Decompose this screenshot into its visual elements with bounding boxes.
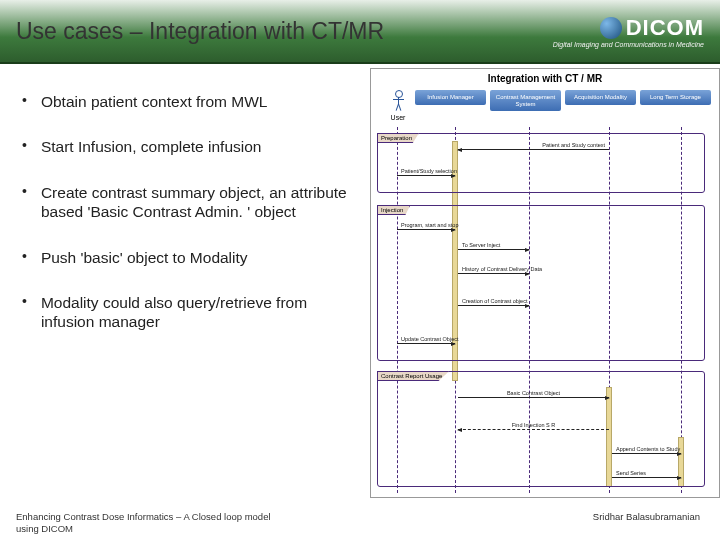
msg-create-object: Creation of Contrast object xyxy=(458,299,529,306)
msg-update-object: Update Contrast Object xyxy=(397,337,455,344)
bullet-column: Obtain patient context from MWL Start In… xyxy=(0,64,370,504)
actor-row: User Infusion Manager Contrast Managemen… xyxy=(371,88,719,121)
sequence-diagram: Integration with CT / MR User Infusion M… xyxy=(370,68,720,498)
bullet-item: Modality could also query/retrieve from … xyxy=(16,293,358,332)
bullet-item: Start Infusion, complete infusion xyxy=(16,137,358,156)
msg-append-contents: Append Contents to Study xyxy=(612,447,681,454)
msg-find-injection: Find Injection S R xyxy=(458,423,609,430)
msg-history-data: History of Contrast Delivery Data xyxy=(458,267,529,274)
diagram-title: Integration with CT / MR xyxy=(371,69,719,88)
actor-infusion-manager: Infusion Manager xyxy=(415,90,486,105)
footer-right: Sridhar Balasubramanian xyxy=(593,511,700,534)
bullet-item: Create contrast summary object, an attri… xyxy=(16,183,358,222)
msg-program-start-stop: Program, start and stop xyxy=(397,223,455,230)
logo-tagline: Digital Imaging and Communications in Me… xyxy=(553,41,704,48)
actor-modality: Acquisition Modality xyxy=(565,90,636,105)
bullet-list: Obtain patient context from MWL Start In… xyxy=(16,92,358,332)
msg-basic-contrast-object: Basic Contrast Object xyxy=(458,391,609,398)
slide-title: Use cases – Integration with CT/MR xyxy=(16,18,384,45)
slide-content: Obtain patient context from MWL Start In… xyxy=(0,64,720,504)
actor-contrast-system: Contrast Management System xyxy=(490,90,561,111)
actor-storage: Long Term Storage xyxy=(640,90,711,105)
lifelines: Preparation Patient and Study context Pa… xyxy=(371,127,719,493)
msg-patient-selection: Patient/Study selection xyxy=(397,169,455,176)
msg-to-server-inject: To Server Inject xyxy=(458,243,529,250)
bullet-item: Push 'basic' object to Modality xyxy=(16,248,358,267)
footer-left: Enhancing Contrast Dose Informatics – A … xyxy=(16,511,276,534)
user-icon xyxy=(391,90,405,112)
slide-footer: Enhancing Contrast Dose Informatics – A … xyxy=(0,511,720,534)
slide-header: Use cases – Integration with CT/MR DICOM… xyxy=(0,0,720,64)
msg-send-series: Send Series xyxy=(612,471,681,478)
dicom-logo: DICOM Digital Imaging and Communications… xyxy=(553,15,704,48)
bullet-item: Obtain patient context from MWL xyxy=(16,92,358,111)
msg-patient-context: Patient and Study context xyxy=(458,143,609,150)
globe-icon xyxy=(600,17,622,39)
actor-user: User xyxy=(385,90,411,121)
logo-name: DICOM xyxy=(553,15,704,41)
